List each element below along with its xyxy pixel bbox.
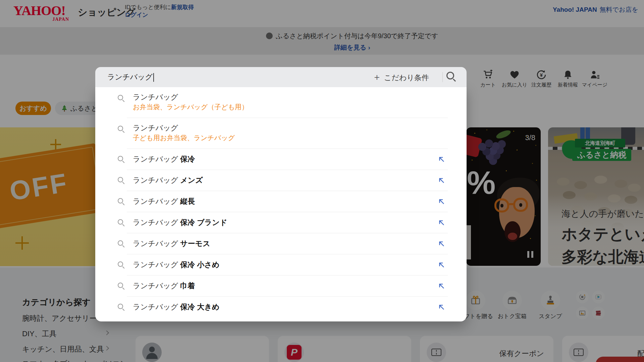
suggestion-suffix: サーモス — [180, 239, 210, 248]
insert-suggestion-icon[interactable] — [437, 303, 446, 311]
suggestion-prefix: ランチバッグ — [133, 218, 180, 227]
search-icon — [117, 198, 125, 205]
suggestion-row[interactable]: ランチバッグ 縦長 — [95, 191, 467, 212]
suggestion-prefix: ランチバッグ — [133, 176, 180, 184]
suggestion-prefix: ランチバッグ — [133, 282, 180, 290]
suggestion-suffix: メンズ — [180, 176, 203, 184]
insert-suggestion-icon[interactable] — [437, 239, 446, 248]
search-suggestions-dropdown: ランチバッグ お弁当袋、ランチバッグ（子ども用） ランチバッグ 子ども用お弁当袋… — [95, 87, 467, 321]
suggestion-category: 子ども用お弁当袋、ランチバッグ — [133, 133, 467, 142]
suggestion-title: ランチバッグ — [133, 123, 467, 133]
suggestion-suffix: 保冷 — [180, 155, 195, 163]
search-submit-button[interactable] — [446, 71, 458, 83]
insert-suggestion-icon[interactable] — [437, 282, 446, 290]
suggestion-suffix: 保冷 小さめ — [180, 260, 219, 269]
search-icon — [117, 95, 125, 102]
search-icon — [446, 71, 456, 81]
suggestion-row[interactable]: ランチバッグ 保冷 大きめ — [95, 297, 467, 317]
divider — [442, 72, 443, 82]
search-icon — [117, 156, 125, 163]
suggestion-prefix: ランチバッグ — [133, 239, 180, 248]
suggestion-suffix: 保冷 ブランド — [180, 218, 227, 227]
suggestion-row[interactable]: ランチバッグ 子ども用お弁当袋、ランチバッグ — [95, 118, 467, 148]
suggestion-row[interactable]: ランチバッグ サーモス — [95, 233, 467, 254]
search-icon — [117, 282, 125, 290]
suggestion-row[interactable]: ランチバッグ 保冷 ブランド — [95, 212, 467, 233]
search-panel: ランチバッグ ＋こだわり条件 ランチバッグ お弁当袋、ランチバッグ（子ども用） … — [95, 67, 467, 321]
search-icon — [117, 219, 125, 226]
search-icon — [117, 240, 125, 247]
suggestion-prefix: ランチバッグ — [133, 197, 180, 205]
suggestion-row[interactable]: ランチバッグ 保冷 — [95, 149, 467, 170]
insert-suggestion-icon[interactable] — [437, 218, 446, 227]
suggestion-suffix: 縦長 — [180, 197, 195, 205]
insert-suggestion-icon[interactable] — [437, 260, 446, 269]
search-icon — [117, 125, 125, 133]
search-bar[interactable]: ランチバッグ ＋こだわり条件 — [95, 67, 467, 87]
search-icon — [117, 303, 125, 311]
suggestion-suffix: 保冷 大きめ — [180, 303, 219, 311]
suggestion-prefix: ランチバッグ — [133, 155, 180, 163]
suggestion-prefix: ランチバッグ — [133, 260, 180, 269]
insert-suggestion-icon[interactable] — [437, 197, 446, 206]
search-icon — [117, 261, 125, 268]
insert-suggestion-icon[interactable] — [437, 155, 446, 164]
suggestion-row[interactable]: ランチバッグ 巾着 — [95, 276, 467, 296]
text-caret — [153, 73, 154, 82]
search-query-text: ランチバッグ — [107, 73, 153, 81]
insert-suggestion-icon[interactable] — [437, 176, 446, 185]
suggestion-row[interactable]: ランチバッグ メンズ — [95, 170, 467, 191]
plus-icon: ＋ — [372, 72, 381, 82]
filter-conditions-label: こだわり条件 — [384, 73, 429, 82]
filter-conditions-button[interactable]: ＋こだわり条件 — [372, 67, 429, 88]
suggestion-prefix: ランチバッグ — [133, 303, 180, 311]
suggestion-row[interactable]: ランチバッグ 保冷 小さめ — [95, 254, 467, 275]
search-input[interactable]: ランチバッグ — [107, 67, 154, 87]
search-icon — [117, 177, 125, 184]
suggestion-row[interactable]: ランチバッグ お弁当袋、ランチバッグ（子ども用） — [95, 87, 467, 118]
suggestion-title: ランチバッグ — [133, 93, 467, 102]
suggestion-category: お弁当袋、ランチバッグ（子ども用） — [133, 103, 467, 112]
suggestion-suffix: 巾着 — [180, 282, 195, 290]
yahoo-shopping-page: YAHOO! JAPAN ショッピング IDでもっと便利に新規取得 ログイン Y… — [0, 0, 644, 362]
